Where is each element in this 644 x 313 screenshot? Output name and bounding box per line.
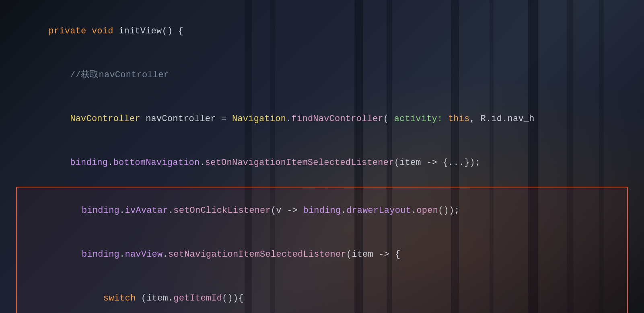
keyword-this: this [448,114,470,124]
dot-set: . [200,158,205,168]
indent [49,114,70,124]
code-line-2: //获取navController [16,54,628,97]
dot-bottom: . [108,158,113,168]
paren-item2: (item -> { [346,249,400,259]
code-line-5: binding.ivAvatar.setOnClickListener(v ->… [17,189,627,233]
nav-view: navView [125,249,163,259]
comment-text: //获取navController [70,70,169,80]
paren-open: () { [162,26,183,36]
code-content: private void initView() { //获取navControl… [16,10,628,313]
class-navcontroller: NavController [70,114,146,124]
code-line-1: private void initView() { [16,10,628,54]
code-line-6: binding.navView.setNavigationItemSelecte… [17,233,627,276]
keyword-void: void [92,26,119,36]
param-label-activity: activity: [394,114,448,124]
switch-close: ()){ [222,293,244,303]
method-name: initView [119,26,162,36]
highlighted-selection: binding.ivAvatar.setOnClickListener(v ->… [16,187,628,313]
nav-h: nav_h [508,114,535,124]
binding-drawer: binding [303,206,341,216]
dot-nav: . [119,249,125,259]
method-getitemid: getItemId [173,293,222,303]
code-line-7: switch (item.getItemId()){ [17,276,627,313]
comma-this: , [470,114,481,124]
comment-indent [49,70,70,80]
code-editor: private void initView() { //获取navControl… [0,0,644,313]
class-navigation: Navigation [232,114,286,124]
method-setnav: setNavigationItemSelectedListener [168,249,346,259]
dot-iv: . [119,206,125,216]
code-line-3: NavController navController = Navigation… [16,97,628,141]
switch-paren: (item. [141,293,174,303]
dot-open: . [411,206,416,216]
keyword-switch: switch [103,293,141,303]
binding-bottom: binding [49,158,108,168]
indent2 [60,293,103,303]
dot-set2: . [168,206,173,216]
method-findnavcontroller: findNavController [292,114,383,124]
code-line-4: binding.bottomNavigation.setOnNavigation… [16,141,628,185]
dot-drawer: . [341,206,346,216]
method-set-listener: setOnNavigationItemSelectedListener [205,158,394,168]
iv-avatar: ivAvatar [125,206,168,216]
binding-nav: binding [60,249,119,259]
paren-item: (item -> { [394,158,448,168]
r-id-nav: R.id. [480,114,507,124]
close-paren: }); [464,158,480,168]
paren-nav: ( [383,114,394,124]
method-onclick: setOnClickListener [173,206,271,216]
dot1: . [286,114,291,124]
dot-setnav: . [163,249,168,259]
bottom-navigation: bottomNavigation [113,158,200,168]
var-navcontroller: navController = [146,114,232,124]
ellipsis: ... [448,158,464,168]
method-open: open [416,206,438,216]
paren-v: (v -> [271,206,303,216]
binding-iv: binding [60,206,119,216]
close-onclick: ()); [438,206,460,216]
keyword-private: private [49,26,92,36]
drawer-layout: drawerLayout [346,206,411,216]
